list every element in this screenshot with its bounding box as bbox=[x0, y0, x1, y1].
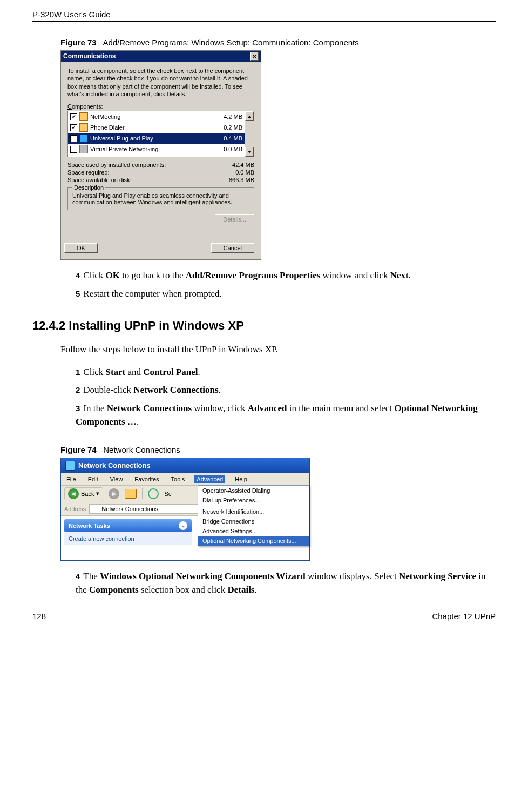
advanced-menu-dropdown[interactable]: Operator-Assisted Dialing Dial-up Prefer… bbox=[198, 485, 309, 546]
step-4a: 4Click OK to go back to the Add/Remove P… bbox=[76, 269, 496, 283]
dialog-intro-text: To install a component, select the check… bbox=[67, 67, 254, 98]
cancel-button[interactable]: Cancel bbox=[211, 243, 254, 253]
scrollbar[interactable]: ▲ ▼ bbox=[245, 111, 254, 157]
description-text: Universal Plug and Play enables seamless… bbox=[72, 192, 249, 205]
list-item[interactable]: Virtual Private Networking 0.0 MB bbox=[68, 144, 245, 155]
collapse-icon[interactable]: ⌄ bbox=[179, 521, 187, 530]
chevron-down-icon[interactable]: ▾ bbox=[96, 490, 99, 497]
window-icon bbox=[65, 461, 75, 471]
components-label: Components: bbox=[67, 103, 254, 110]
communications-dialog: Communications ✕ To install a component,… bbox=[60, 50, 261, 260]
dialog-title: Communications bbox=[63, 52, 116, 60]
stat-value: 866.3 MB bbox=[229, 177, 254, 183]
stat-label: Space required: bbox=[67, 169, 110, 176]
guide-title: P-320W User's Guide bbox=[32, 10, 111, 19]
group-legend: Description bbox=[72, 184, 105, 191]
address-label: Address bbox=[64, 506, 86, 512]
menu-item-optional-components[interactable]: Optional Networking Components... bbox=[198, 536, 309, 546]
checkbox-icon[interactable]: ✔ bbox=[70, 124, 77, 131]
list-item[interactable]: ✔NetMeeting 4.2 MB bbox=[68, 111, 245, 122]
back-button[interactable]: ◄ Back ▾ bbox=[64, 487, 103, 500]
stat-value: 42.4 MB bbox=[232, 162, 254, 168]
window-title: Network Connections bbox=[78, 461, 151, 469]
checkbox-icon[interactable]: ✔ bbox=[70, 113, 77, 120]
forward-icon: ► bbox=[109, 488, 119, 499]
search-label: Se bbox=[164, 491, 171, 497]
figure-73-caption: Figure 73 Add/Remove Programs: Windows S… bbox=[60, 38, 496, 47]
app-icon bbox=[79, 145, 88, 153]
app-icon bbox=[79, 134, 88, 143]
up-folder-icon[interactable] bbox=[125, 489, 137, 499]
window-titlebar: Network Connections bbox=[61, 458, 309, 473]
tasks-panel-header[interactable]: Network Tasks ⌄ bbox=[64, 519, 192, 532]
menu-item-dialup-prefs[interactable]: Dial-up Preferences... bbox=[198, 495, 309, 505]
menubar[interactable]: File Edit View Favorites Tools Advanced … bbox=[61, 473, 309, 486]
checkbox-icon[interactable]: ✔ bbox=[70, 135, 77, 142]
menu-edit[interactable]: Edit bbox=[86, 475, 100, 483]
menu-item-advanced-settings[interactable]: Advanced Settings... bbox=[198, 526, 309, 536]
app-icon bbox=[79, 123, 88, 132]
checkbox-icon[interactable] bbox=[70, 146, 77, 153]
network-connections-window: Network Connections File Edit View Favor… bbox=[60, 458, 310, 561]
menu-item-operator-assisted[interactable]: Operator-Assisted Dialing bbox=[198, 486, 309, 495]
menu-tools[interactable]: Tools bbox=[169, 475, 187, 483]
task-link[interactable]: Create a new connection bbox=[69, 535, 134, 542]
list-item[interactable]: ✔Phone Dialer 0.2 MB bbox=[68, 122, 245, 133]
menu-item-network-id[interactable]: Network Identification... bbox=[198, 507, 309, 516]
step-1b: 1Click Start and Control Panel. bbox=[76, 365, 496, 379]
page-footer: 128 Chapter 12 UPnP bbox=[32, 609, 496, 630]
back-icon: ◄ bbox=[68, 488, 79, 499]
menu-file[interactable]: File bbox=[64, 475, 78, 483]
location-icon bbox=[92, 505, 99, 513]
components-listbox[interactable]: ✔NetMeeting 4.2 MB ✔Phone Dialer 0.2 MB … bbox=[67, 111, 254, 157]
menu-view[interactable]: View bbox=[108, 475, 125, 483]
page-header: P-320W User's Guide bbox=[32, 0, 496, 22]
list-item[interactable]: ✔Universal Plug and Play 0.4 MB bbox=[68, 133, 245, 144]
page-number: 128 bbox=[32, 612, 46, 621]
app-icon bbox=[79, 112, 88, 121]
menu-favorites[interactable]: Favorites bbox=[132, 475, 161, 483]
search-icon[interactable] bbox=[148, 488, 159, 499]
dialog-titlebar: Communications ✕ bbox=[61, 51, 261, 62]
step-5a: 5Restart the computer when prompted. bbox=[76, 287, 496, 301]
section-intro: Follow the steps below to install the UP… bbox=[60, 343, 496, 357]
ok-button[interactable]: OK bbox=[64, 243, 98, 253]
tasks-panel-body: Create a new connection bbox=[64, 532, 192, 545]
menu-advanced[interactable]: Advanced bbox=[194, 475, 225, 483]
scroll-up-icon[interactable]: ▲ bbox=[245, 111, 254, 121]
stat-value: 0.0 MB bbox=[235, 169, 254, 176]
figure-74-caption: Figure 74 Network Connections bbox=[60, 445, 496, 454]
step-2b: 2Double-click Network Connections. bbox=[76, 383, 496, 397]
section-heading: 12.4.2 Installing UPnP in Windows XP bbox=[32, 319, 496, 333]
toolbar: ◄ Back ▾ ► Se Operator-Assisted Dialing … bbox=[61, 486, 309, 502]
chapter-label: Chapter 12 UPnP bbox=[432, 612, 496, 621]
stat-label: Space used by installed components: bbox=[67, 162, 166, 168]
close-icon[interactable]: ✕ bbox=[250, 52, 259, 61]
stat-label: Space available on disk: bbox=[67, 177, 132, 183]
description-group: Description Universal Plug and Play enab… bbox=[67, 187, 254, 210]
scroll-down-icon[interactable]: ▼ bbox=[245, 147, 254, 157]
menu-help[interactable]: Help bbox=[233, 475, 249, 483]
step-3b: 3In the Network Connections window, clic… bbox=[76, 401, 496, 429]
step-4c: 4The Windows Optional Networking Compone… bbox=[76, 569, 496, 597]
details-button: Details... bbox=[215, 214, 254, 224]
menu-item-bridge[interactable]: Bridge Connections bbox=[198, 516, 309, 526]
